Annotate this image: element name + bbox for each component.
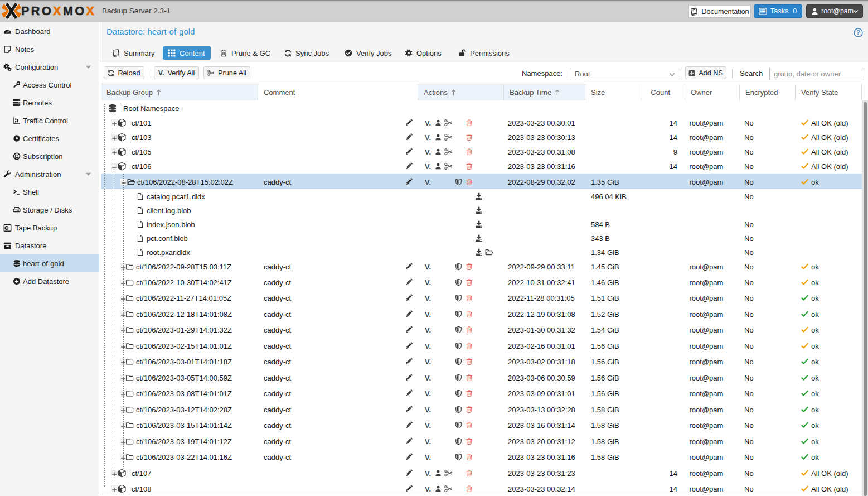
svg-text:?: ? xyxy=(856,29,860,36)
